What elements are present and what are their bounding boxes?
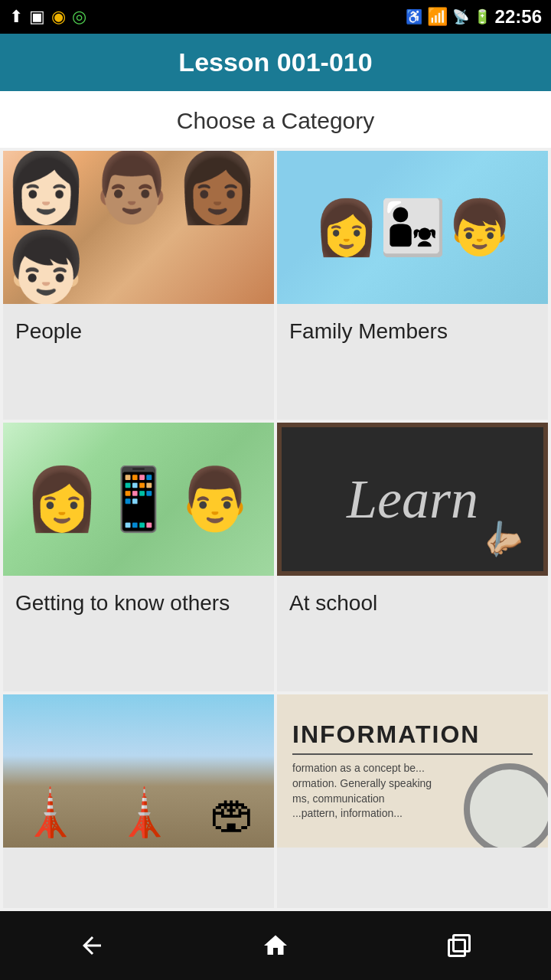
category-card-school[interactable]: Learn ✍🏼 At school bbox=[277, 423, 548, 691]
battery-icon: 🔋 bbox=[474, 8, 491, 25]
category-image-family: 👩‍👨‍👧👦 bbox=[277, 151, 548, 304]
wifi-icon: 📶 bbox=[427, 7, 448, 27]
svg-rect-0 bbox=[449, 940, 465, 956]
tower-icon: 🗼 bbox=[21, 786, 79, 840]
hearing-icon: ♿ bbox=[406, 8, 422, 25]
category-grid: 👩🏻👨🏽👩🏾👦🏻 People 👩‍👨‍👧👦 Family Members 👩📱… bbox=[0, 148, 551, 911]
chalk-hand-icon: ✍🏼 bbox=[476, 513, 527, 564]
page-title: Lesson 001-010 bbox=[178, 47, 372, 77]
category-image-people: 👩🏻👨🏽👩🏾👦🏻 bbox=[3, 151, 274, 304]
category-card-information[interactable]: INFORMATION formation as a concept be...… bbox=[277, 694, 548, 908]
category-card-family[interactable]: 👩‍👨‍👧👦 Family Members bbox=[277, 151, 548, 420]
svg-rect-1 bbox=[454, 936, 470, 952]
signal-icon: 📡 bbox=[452, 8, 469, 25]
eiffel-icon: 🗼 bbox=[116, 786, 173, 840]
category-image-getting: 👩📱👨 bbox=[3, 423, 274, 576]
category-label-family: Family Members bbox=[277, 304, 548, 359]
status-right-icons: ♿ 📶 📡 🔋 22:56 bbox=[406, 6, 542, 28]
status-left-icons: ⬆ ▣ ◉ ◎ bbox=[9, 7, 86, 27]
newspaper-headline: INFORMATION bbox=[292, 720, 533, 755]
category-card-getting[interactable]: 👩📱👨 Getting to know others bbox=[3, 423, 274, 691]
category-image-travel: 🗼 🗼 🏟 bbox=[3, 694, 274, 848]
image-icon: ▣ bbox=[29, 7, 45, 27]
back-button[interactable] bbox=[61, 915, 122, 976]
category-image-information: INFORMATION formation as a concept be...… bbox=[277, 694, 548, 848]
page-subtitle: Choose a Category bbox=[0, 91, 551, 148]
home-icon bbox=[262, 932, 289, 959]
colosseum-icon: 🏟 bbox=[210, 787, 256, 840]
recent-apps-button[interactable] bbox=[429, 915, 490, 976]
speed-icon: ◎ bbox=[72, 7, 86, 27]
time-display: 22:56 bbox=[495, 6, 542, 28]
recent-apps-icon bbox=[445, 932, 473, 959]
back-icon bbox=[78, 932, 106, 959]
category-label-school: At school bbox=[277, 576, 548, 631]
record-icon: ◉ bbox=[51, 7, 66, 27]
usb-icon: ⬆ bbox=[9, 7, 23, 27]
status-bar: ⬆ ▣ ◉ ◎ ♿ 📶 📡 🔋 22:56 bbox=[0, 0, 551, 34]
category-label-people: People bbox=[3, 304, 274, 359]
category-image-school: Learn ✍🏼 bbox=[277, 423, 548, 576]
category-card-people[interactable]: 👩🏻👨🏽👩🏾👦🏻 People bbox=[3, 151, 274, 420]
chalk-learn-text: Learn bbox=[347, 468, 478, 531]
bottom-nav bbox=[0, 911, 551, 980]
category-label-getting: Getting to know others bbox=[3, 576, 274, 631]
category-card-travel[interactable]: 🗼 🗼 🏟 Travel & Places bbox=[3, 694, 274, 908]
home-button[interactable] bbox=[245, 915, 306, 976]
page-header: Lesson 001-010 bbox=[0, 34, 551, 91]
